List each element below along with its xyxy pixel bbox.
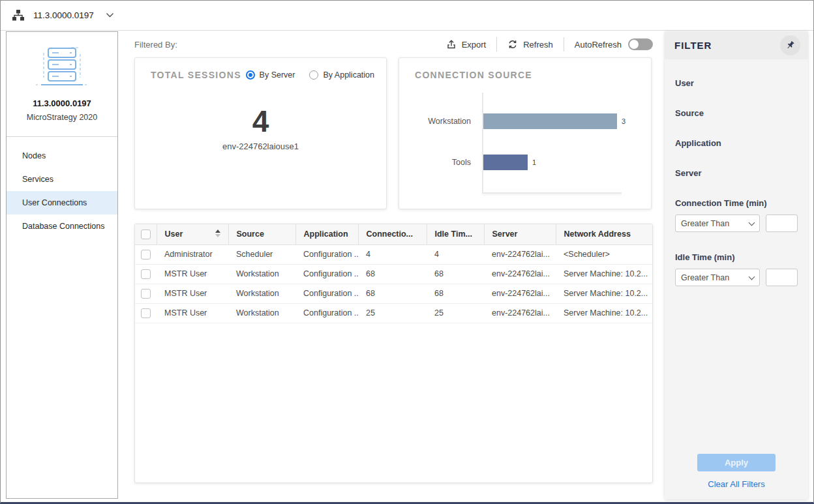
table-cell: Server Machine: 10.2... — [556, 264, 652, 284]
user-connections-table: UserSourceApplicationConnectio...Idle Ti… — [135, 224, 652, 323]
sidebar-item-user-connections[interactable]: User Connections — [7, 191, 117, 215]
export-icon — [446, 39, 457, 50]
header-checkbox[interactable] — [141, 230, 151, 239]
table-cell: 68 — [358, 264, 427, 284]
column-header-label: Connectio... — [367, 230, 414, 239]
filter-panel: FILTER UserSourceApplicationServer Conne… — [665, 31, 808, 499]
column-header-label: Source — [237, 230, 264, 239]
table-cell: 25 — [427, 303, 484, 323]
row-checkbox[interactable] — [141, 308, 151, 318]
table-cell: Workstation — [228, 264, 295, 284]
table-cell: Configuration ... — [295, 284, 358, 303]
chart-category-label: Tools — [399, 158, 477, 167]
sidebar-item-nodes[interactable]: Nodes — [7, 144, 117, 168]
sidebar-divider — [7, 136, 117, 137]
refresh-icon — [507, 39, 518, 50]
table-cell: Configuration ... — [295, 303, 358, 323]
chart-value-label: 3 — [622, 117, 626, 125]
table-cell: env-224762lai... — [484, 264, 556, 284]
table-cell: Configuration ... — [295, 245, 358, 264]
table-row[interactable]: MSTR UserWorkstationConfiguration ...252… — [135, 303, 652, 323]
server-illustration-icon — [7, 32, 117, 91]
table-cell: Workstation — [228, 303, 295, 323]
radio-label: By Server — [260, 70, 295, 80]
column-header-label: Idle Tim... — [435, 230, 472, 239]
table-cell: 68 — [427, 284, 484, 303]
autorefresh-label: AutoRefresh — [575, 40, 622, 50]
sidebar: 11.3.0000.0197 MicroStrategy 2020 NodesS… — [6, 31, 118, 499]
chart-row-workstation: Workstation3 — [399, 113, 644, 129]
column-header-server[interactable]: Server — [484, 224, 556, 245]
table-cell: 68 — [427, 264, 484, 284]
total-sessions-card: TOTAL SESSIONS By ServerBy Application 4… — [134, 57, 387, 209]
environment-version: 11.3.0000.0197 — [33, 10, 94, 20]
chart-category-label: Workstation — [399, 117, 477, 126]
table-cell: Configuration ... — [295, 264, 358, 284]
chart-value-label: 1 — [532, 158, 536, 166]
top-bar: 11.3.0000.0197 — [1, 1, 813, 31]
column-header-application[interactable]: Application — [295, 224, 358, 245]
connection-time-select-wrap: Greater Than — [675, 215, 760, 232]
column-header-label: User — [165, 230, 183, 239]
radio-by-server[interactable]: By Server — [246, 70, 295, 80]
connection-source-card: CONNECTION SOURCE Workstation3Tools1 — [399, 57, 652, 209]
chart-bar-workstation[interactable] — [483, 113, 617, 129]
radio-by-application[interactable]: By Application — [309, 70, 374, 80]
export-label: Export — [462, 40, 487, 50]
row-checkbox-cell — [135, 303, 157, 323]
filtered-by-label: Filtered By: — [134, 40, 177, 50]
chart-bar-tools[interactable] — [483, 155, 528, 170]
filter-body: UserSourceApplicationServer Connection T… — [665, 78, 808, 286]
table-row[interactable]: MSTR UserWorkstationConfiguration ...686… — [135, 284, 652, 303]
header-checkbox-cell — [135, 224, 157, 245]
column-header-idle-tim[interactable]: Idle Tim... — [427, 224, 484, 245]
toolbar-separator — [496, 37, 497, 52]
filter-field-server[interactable]: Server — [675, 168, 798, 178]
filter-field-user[interactable]: User — [675, 78, 798, 88]
chevron-down-icon — [106, 12, 114, 18]
refresh-label: Refresh — [523, 40, 553, 50]
row-checkbox[interactable] — [141, 269, 151, 279]
export-button[interactable]: Export — [446, 39, 487, 50]
table-cell: MSTR User — [157, 303, 228, 323]
row-checkbox[interactable] — [141, 250, 151, 259]
total-sessions-header: TOTAL SESSIONS By ServerBy Application — [135, 58, 386, 80]
environment-dropdown[interactable] — [106, 12, 114, 18]
column-header-network-address[interactable]: Network Address — [556, 224, 652, 245]
table-cell: 68 — [358, 284, 427, 303]
connection-time-operator-select[interactable]: Greater Than — [675, 215, 760, 232]
column-header-label: Network Address — [564, 230, 631, 239]
table-cell: 4 — [427, 245, 484, 264]
filter-field-source[interactable]: Source — [675, 108, 798, 118]
clear-all-filters-link[interactable]: Clear All Filters — [665, 479, 808, 489]
pin-button[interactable] — [780, 35, 800, 55]
connection-time-row: Greater Than — [675, 215, 798, 232]
filter-header: FILTER — [665, 31, 808, 59]
idle-time-operator-select[interactable]: Greater Than — [675, 269, 760, 286]
idle-time-value-input[interactable] — [766, 269, 798, 286]
total-sessions-title: TOTAL SESSIONS — [151, 70, 241, 80]
sidebar-item-services[interactable]: Services — [7, 168, 117, 191]
hierarchy-icon — [12, 9, 25, 22]
table-cell: Server Machine: 10.2... — [556, 303, 652, 323]
column-header-connectio[interactable]: Connectio... — [358, 224, 427, 245]
connection-source-chart: Workstation3Tools1 — [399, 58, 651, 209]
autorefresh-toggle[interactable] — [628, 38, 653, 50]
row-checkbox[interactable] — [141, 289, 151, 299]
column-header-source[interactable]: Source — [228, 224, 295, 245]
total-sessions-body: 4 env-224762laiouse1 — [135, 105, 386, 151]
idle-time-select-wrap: Greater Than — [675, 269, 760, 286]
table-panel: UserSourceApplicationConnectio...Idle Ti… — [134, 224, 653, 483]
connection-time-value-input[interactable] — [766, 215, 798, 232]
column-header-user[interactable]: User — [157, 224, 228, 245]
table-row[interactable]: AdministratorSchedulerConfiguration ...4… — [135, 245, 652, 264]
refresh-button[interactable]: Refresh — [507, 39, 553, 50]
apply-button[interactable]: Apply — [697, 454, 776, 471]
idle-time-row: Greater Than — [675, 269, 798, 286]
table-cell: Administrator — [157, 245, 228, 264]
table-row[interactable]: MSTR UserWorkstationConfiguration ...686… — [135, 264, 652, 284]
pin-icon — [785, 40, 795, 50]
sidebar-item-database-connections[interactable]: Database Connections — [7, 215, 117, 238]
filter-field-application[interactable]: Application — [675, 138, 798, 148]
filter-title: FILTER — [674, 40, 712, 51]
